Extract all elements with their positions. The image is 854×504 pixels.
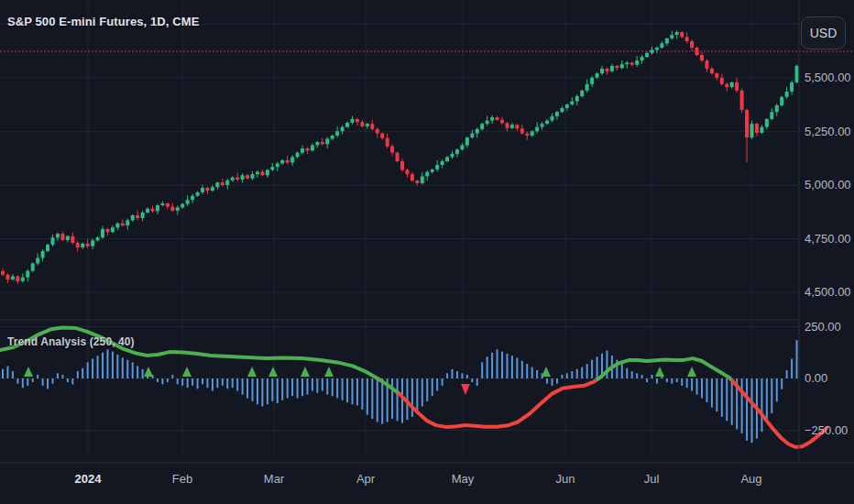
buy-signal-triangle bbox=[542, 367, 551, 377]
time-axis-label: Jul bbox=[644, 472, 660, 487]
buy-signal-triangle bbox=[687, 367, 696, 377]
time-axis-label: Mar bbox=[264, 472, 284, 487]
price-axis-label: 4,500.00 bbox=[805, 285, 851, 300]
indicator-axis-label: −250.00 bbox=[805, 423, 848, 438]
chart-canvas[interactable] bbox=[0, 0, 854, 504]
buy-signal-triangle bbox=[655, 367, 664, 377]
price-axis-label: 5,000.00 bbox=[805, 178, 851, 192]
price-axis-label: 4,750.00 bbox=[805, 232, 851, 247]
buy-signal-triangle bbox=[24, 367, 33, 377]
time-axis-label: 2024 bbox=[75, 472, 102, 487]
currency-toggle-button[interactable]: USD bbox=[801, 16, 846, 49]
buy-signal-triangle bbox=[301, 367, 310, 377]
trading-chart-app: S&P 500 E-mini Futures, 1D, CME Trend An… bbox=[0, 0, 854, 504]
buy-signal-triangle bbox=[247, 367, 257, 377]
time-axis-label: Apr bbox=[356, 472, 375, 487]
symbol-legend[interactable]: S&P 500 E-mini Futures, 1D, CME bbox=[7, 15, 199, 28]
candles-layer bbox=[1, 30, 799, 284]
buy-signal-triangle bbox=[324, 367, 334, 377]
indicator-axis-label: 0.00 bbox=[805, 371, 827, 386]
buy-signal-triangle bbox=[268, 367, 278, 377]
indicator-axis-label: 250.00 bbox=[805, 320, 841, 334]
indicator-legend[interactable]: Trend Analysis (250, 40) bbox=[7, 335, 135, 348]
time-axis-label: Feb bbox=[172, 472, 192, 487]
buy-signal-triangle bbox=[144, 367, 153, 377]
time-axis[interactable] bbox=[0, 463, 854, 504]
price-axis-label: 5,500.00 bbox=[805, 71, 851, 85]
grid-layer bbox=[0, 0, 799, 455]
indicator-histogram-layer bbox=[2, 340, 798, 443]
price-axis-label: 5,250.00 bbox=[805, 125, 851, 139]
time-axis-label: Jun bbox=[556, 472, 575, 487]
time-axis-label: Aug bbox=[740, 472, 761, 487]
time-axis-label: May bbox=[452, 472, 475, 487]
buy-signal-triangle bbox=[182, 367, 192, 377]
